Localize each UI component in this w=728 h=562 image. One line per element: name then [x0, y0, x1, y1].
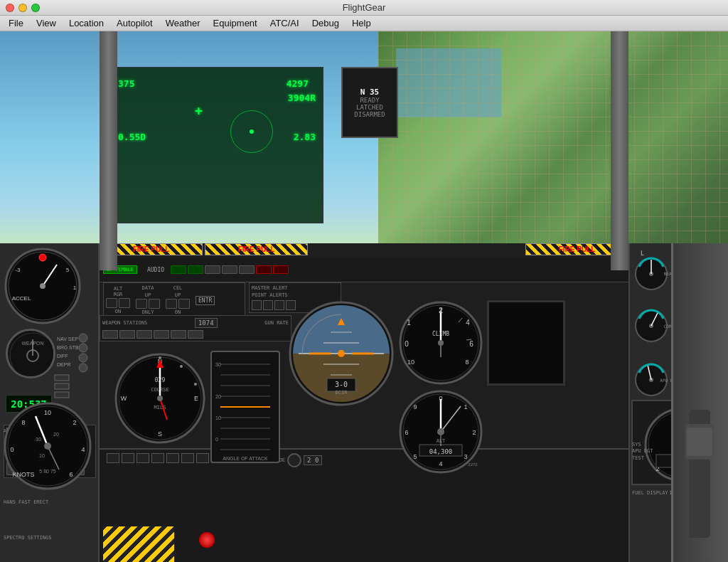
- audio-btn-4[interactable]: [222, 265, 237, 274]
- svg-text:4: 4: [439, 460, 442, 467]
- svg-point-8: [40, 283, 46, 289]
- master-alert-panel-label: MASTER ALERT: [252, 285, 338, 291]
- titlebar: FlightGear: [0, 0, 728, 16]
- audio-buttons: [171, 265, 289, 274]
- svg-point-19: [79, 344, 87, 352]
- svg-text:1: 1: [464, 403, 467, 410]
- svg-text:4: 4: [466, 319, 470, 327]
- station-btn-1[interactable]: [102, 330, 118, 339]
- station-btn-5[interactable]: [171, 330, 186, 339]
- svg-rect-23: [55, 383, 69, 389]
- bottom-sw-3[interactable]: [136, 453, 149, 463]
- svg-text:ANGLE OF ATTACK: ANGLE OF ATTACK: [223, 456, 268, 461]
- svg-point-105: [159, 356, 161, 359]
- audio-btn-1[interactable]: [171, 265, 186, 274]
- station-btn-2[interactable]: [119, 330, 135, 339]
- audio-panel: IP FEMALE AUDIO: [100, 258, 628, 282]
- svg-text:BRG STBY: BRG STBY: [57, 345, 82, 350]
- alt-btn-down[interactable]: [119, 298, 130, 308]
- alert-switch-2[interactable]: [263, 300, 273, 310]
- svg-rect-164: [687, 428, 712, 456]
- bottom-sw-4[interactable]: [151, 453, 164, 463]
- station-btn-3[interactable]: [136, 330, 152, 339]
- aoa-indicator: 30 20 10 0 ANGLE OF ATTACK: [210, 350, 281, 464]
- cel-btn-dn[interactable]: [178, 299, 190, 309]
- bottom-sw-7[interactable]: [196, 453, 209, 463]
- bottom-switches: RELEASE INFINITE MDE 2 0: [100, 450, 628, 471]
- hud-display: 375 4297 3904R 0.55D 2.83 +: [110, 67, 323, 223]
- alert-switch-1[interactable]: [252, 300, 262, 310]
- svg-text:10: 10: [215, 415, 221, 420]
- bottom-sw-6[interactable]: [181, 453, 194, 463]
- svg-rect-24: [55, 392, 69, 398]
- audio-btn-3[interactable]: [205, 265, 220, 274]
- svg-text:DCIR: DCIR: [336, 390, 348, 396]
- sys-label: SYS: [632, 442, 653, 449]
- svg-text:20: 20: [215, 394, 221, 399]
- maximize-button[interactable]: [31, 4, 40, 12]
- alt-btn-up[interactable]: [106, 298, 117, 308]
- station-btn-4[interactable]: [154, 330, 169, 339]
- menu-location[interactable]: Location: [63, 16, 109, 30]
- close-button[interactable]: [6, 4, 14, 12]
- radar-circle: [230, 110, 273, 153]
- traffic-lights: [6, 4, 40, 12]
- svg-text:4: 4: [81, 446, 85, 453]
- data-btn-dn[interactable]: [149, 299, 160, 309]
- menu-weather[interactable]: Weather: [160, 16, 206, 30]
- fire-warning-left-text: FIRE PULL: [133, 245, 170, 253]
- menu-atcai[interactable]: ATC/AI: [264, 16, 305, 30]
- alert-switch-3[interactable]: [274, 300, 284, 310]
- audio-btn-6[interactable]: [256, 265, 272, 274]
- warning-stripe-bl: [103, 526, 174, 562]
- menu-file[interactable]: File: [3, 16, 29, 30]
- svg-rect-43: [293, 305, 390, 354]
- altimeter: 0 1 2 3 4 5 6 9 ALT 04,300 2272: [398, 389, 483, 474]
- fire-warning-right-text: FIRE PULL: [559, 245, 596, 253]
- svg-point-90: [437, 428, 444, 435]
- svg-rect-22: [55, 375, 69, 381]
- fire-warning-center: FIRE PULL: [205, 243, 308, 255]
- data-btn-up[interactable]: [136, 299, 147, 309]
- weapon-stations-value: 1074: [195, 318, 218, 328]
- hud-altitude1: 375: [118, 78, 134, 89]
- svg-point-106: [180, 365, 183, 368]
- svg-text:20: 20: [53, 432, 59, 437]
- station-btn-6[interactable]: [188, 330, 203, 339]
- bottom-sw-2[interactable]: [122, 453, 134, 463]
- svg-text:10: 10: [44, 409, 51, 416]
- menu-autopilot[interactable]: Autopilot: [111, 16, 159, 30]
- left-pillar: [100, 31, 117, 270]
- left-instrument-column: 9 5 1 -3 ACCEL WEAPON: [0, 243, 100, 562]
- menu-equipment[interactable]: Equipment: [208, 16, 263, 30]
- bottom-number: 2 0: [304, 455, 322, 465]
- audio-btn-2[interactable]: [188, 265, 203, 274]
- selector-knob[interactable]: [287, 453, 301, 467]
- svg-text:2: 2: [472, 429, 476, 436]
- svg-text:5: 5: [66, 267, 70, 273]
- cel-btn-up[interactable]: [166, 299, 177, 309]
- svg-text:W: W: [121, 395, 127, 402]
- nav-compass: N 35: [360, 88, 380, 97]
- nav-disarmed: DISARMED: [354, 111, 385, 118]
- red-button[interactable]: [199, 532, 215, 548]
- svg-text:L: L: [641, 250, 644, 257]
- panel-warning-strip: FIRE PULL FIRE PULL FIRE PULL: [100, 243, 628, 256]
- menu-debug[interactable]: Debug: [306, 16, 345, 30]
- gun-rate-label: GUN RATE: [264, 320, 289, 326]
- bottom-sw-5[interactable]: [166, 453, 179, 463]
- menubar: File View Location Autopilot Weather Equ…: [0, 16, 728, 31]
- spectro-label: SPECTRO SETTINGS: [4, 535, 51, 541]
- menu-help[interactable]: Help: [346, 16, 377, 30]
- svg-text:S: S: [158, 430, 162, 438]
- audio-btn-7[interactable]: [273, 265, 289, 274]
- audio-btn-5[interactable]: [239, 265, 255, 274]
- minimize-button[interactable]: [18, 4, 27, 12]
- svg-point-9: [39, 254, 46, 261]
- menu-view[interactable]: View: [31, 16, 62, 30]
- svg-text:NAV SEP: NAV SEP: [57, 336, 78, 341]
- hud-altitude2: 4297: [287, 78, 309, 89]
- airspeed-indicator: 10 2 4 6 8 0 KNOTS 5 80 75 30 20 10: [4, 402, 92, 491]
- svg-text:0: 0: [215, 437, 218, 442]
- bottom-sw-1[interactable]: [107, 453, 119, 463]
